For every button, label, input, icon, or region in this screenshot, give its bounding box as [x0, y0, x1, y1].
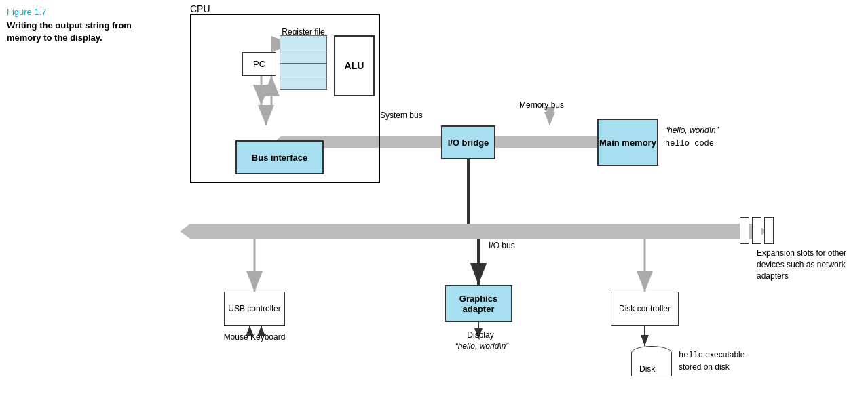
display-text: “hello, world\n” [434, 341, 529, 351]
disk-exec-label: hello executablestored on disk [679, 349, 744, 373]
graphics-adapter-label: Graphics adapter [446, 294, 511, 314]
figure-caption: Figure 1.7 Writing the output string fro… [7, 7, 143, 44]
display-label: Display [447, 330, 514, 340]
disk-label: Disk [639, 364, 655, 374]
figure-title: Writing the output string from memory to… [7, 20, 143, 44]
system-bus-label: System bus [380, 111, 423, 120]
main-memory-text2: hello code [665, 139, 714, 149]
bus-interface-label: Bus interface [252, 153, 307, 163]
disk-controller-box: Disk controller [611, 292, 679, 326]
disk-shape [631, 346, 672, 380]
register-file [280, 35, 327, 90]
io-bus-label: I/O bus [489, 241, 515, 250]
graphics-adapter-box: Graphics adapter [445, 285, 512, 322]
pc-label: PC [253, 59, 265, 69]
alu-label: ALU [345, 60, 364, 71]
svg-rect-11 [190, 224, 757, 239]
diagram-area: CPU Register file PC ALU Bus interface S… [149, 0, 862, 411]
figure-number: Figure 1.7 [7, 7, 143, 17]
usb-controller-box: USB controller [224, 292, 285, 326]
cpu-box: Register file PC ALU Bus interface [190, 14, 380, 183]
svg-rect-8 [495, 136, 601, 148]
cpu-label: CPU [190, 3, 210, 14]
main-memory-text1: “hello, world\n” [665, 125, 719, 135]
io-bridge-label: I/O bridge [448, 138, 489, 148]
mouse-keyboard-label: Mouse Keyboard [214, 332, 295, 342]
io-bridge-box: I/O bridge [441, 125, 495, 159]
expansion-slot-1 [740, 217, 749, 244]
disk-controller-label: Disk controller [619, 304, 671, 313]
disk-exec-hello: hello [679, 351, 703, 360]
svg-marker-12 [180, 224, 190, 239]
alu-box: ALU [334, 35, 375, 96]
memory-bus-label: Memory bus [519, 100, 564, 110]
bus-interface-box: Bus interface [235, 140, 324, 174]
usb-controller-label: USB controller [228, 304, 280, 313]
expansion-slot-3 [764, 217, 774, 244]
pc-box: PC [242, 52, 276, 76]
expansion-slot-2 [752, 217, 761, 244]
main-memory-box: Main memory [597, 119, 658, 166]
main-memory-label: Main memory [599, 138, 656, 148]
expansion-label: Expansion slots for other devices such a… [757, 248, 865, 281]
expansion-slots [740, 217, 774, 244]
